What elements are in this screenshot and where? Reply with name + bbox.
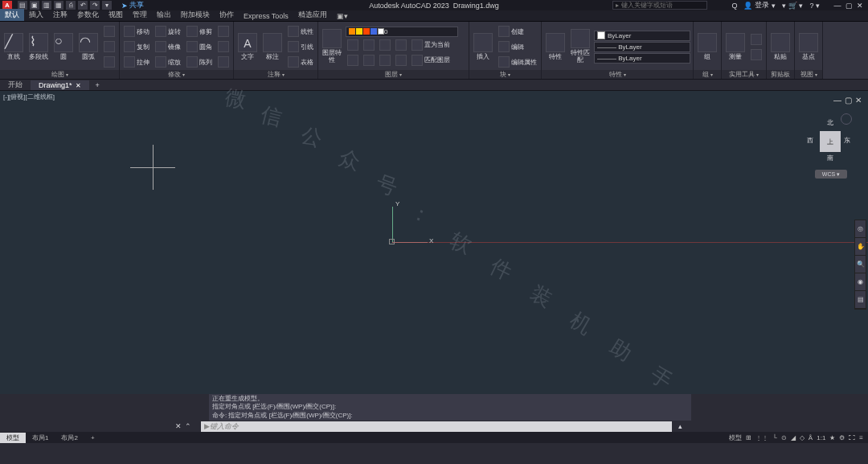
layer-btn5[interactable] <box>346 53 360 68</box>
util1[interactable] <box>749 32 764 47</box>
text-button[interactable]: A文字 <box>236 23 259 70</box>
maximize-button[interactable]: ▢ <box>844 2 854 10</box>
match-props-button[interactable]: 特性匹配 <box>569 23 592 70</box>
color-dropdown[interactable]: ByLayer <box>594 31 690 41</box>
tab-insert[interactable]: 插入 <box>24 9 48 21</box>
layer-btn3[interactable] <box>378 38 392 52</box>
status-anno-icon[interactable]: ★ <box>829 434 835 441</box>
start-tab[interactable]: 开始 <box>0 79 31 91</box>
array-button[interactable]: 陈列 <box>185 55 214 69</box>
base-button[interactable]: 基点 <box>797 23 820 70</box>
close-tab-icon[interactable]: ✕ <box>76 82 81 89</box>
viewport-label[interactable]: [-][俯视][二维线框] <box>3 92 55 101</box>
wcs-label[interactable]: WCS ▾ <box>815 170 847 179</box>
cmd-close-icon[interactable]: ✕ <box>175 422 182 430</box>
status-grid-icon[interactable]: ⊞ <box>746 434 751 441</box>
tab-express[interactable]: Express Tools <box>239 11 293 21</box>
tab-more[interactable]: ▣▾ <box>332 11 353 21</box>
status-model[interactable]: 模型 <box>729 433 742 442</box>
drawing-tab[interactable]: Drawing1*✕ <box>31 80 89 90</box>
viewcube-west[interactable]: 西 <box>807 136 813 145</box>
status-iso-icon[interactable]: ◢ <box>791 434 796 441</box>
cmd-expand-icon[interactable]: ▴ <box>678 422 682 430</box>
command-input[interactable]: ▶ 键入命令 <box>201 421 672 432</box>
draw-ext2[interactable] <box>102 39 117 54</box>
linear-button[interactable]: 线性 <box>286 24 315 39</box>
layer-dropdown[interactable]: 0 <box>346 27 458 37</box>
tab-parametric[interactable]: 参数化 <box>72 9 104 21</box>
layer-btn7[interactable] <box>378 53 392 68</box>
tab-addins[interactable]: 附加模块 <box>176 9 215 21</box>
draw-ext3[interactable] <box>102 55 117 69</box>
linetype-dropdown[interactable]: ——— ByLayer <box>594 42 690 52</box>
nav-showmotion-icon[interactable]: ▤ <box>855 291 866 309</box>
trim-button[interactable]: 修剪 <box>185 24 214 39</box>
status-gear-icon[interactable]: ⚙ <box>839 434 845 441</box>
layout1-tab[interactable]: 布局1 <box>26 433 55 443</box>
new-tab-button[interactable]: + <box>89 80 106 90</box>
viewcube-rotate-icon[interactable] <box>841 113 852 125</box>
close-button[interactable]: ✕ <box>855 2 865 10</box>
edit-button[interactable]: 编辑 <box>497 39 538 54</box>
layout2-tab[interactable]: 布局2 <box>55 433 84 443</box>
status-osnap-icon[interactable]: ◇ <box>800 434 805 441</box>
layer-btn1[interactable] <box>346 38 360 52</box>
create-button[interactable]: 创建 <box>497 24 538 39</box>
layer-btn2[interactable] <box>362 38 376 52</box>
vp-min-icon[interactable]: — <box>833 96 841 105</box>
search-input[interactable]: ▸键入关键字或短语 <box>612 1 707 10</box>
tab-default[interactable]: 默认 <box>0 9 24 21</box>
measure-button[interactable]: 测量 <box>724 23 747 70</box>
util2[interactable] <box>749 47 764 62</box>
drawing-canvas[interactable]: [-][俯视][二维线框] — ▢ ✕ XY 北 南 西 东 上 WCS ▾ ◎… <box>0 91 868 394</box>
layer-btn8[interactable] <box>394 53 408 68</box>
copy-button[interactable]: 复制 <box>122 39 151 54</box>
scale-button[interactable]: 缩放 <box>154 55 182 69</box>
vp-close-icon[interactable]: ✕ <box>855 96 862 105</box>
draw-ext1[interactable] <box>102 24 117 39</box>
tab-featured[interactable]: 精选应用 <box>293 9 332 21</box>
viewcube-north[interactable]: 北 <box>827 118 833 127</box>
insert-button[interactable]: 插入 <box>472 23 494 70</box>
rotate-button[interactable]: 旋转 <box>154 24 182 39</box>
status-3dosnap-icon[interactable]: Å <box>809 434 813 441</box>
model-tab[interactable]: 模型 <box>0 433 26 443</box>
modify-ext1[interactable] <box>216 24 231 39</box>
layer-props-button[interactable]: 图层特性 <box>321 23 343 70</box>
help2-icon[interactable]: ? ▾ <box>809 2 820 10</box>
tab-annotate[interactable]: 注释 <box>48 9 72 21</box>
tab-view[interactable]: 视图 <box>104 9 128 21</box>
move-button[interactable]: 移动 <box>122 24 151 39</box>
minimize-button[interactable]: — <box>833 2 842 10</box>
status-custom-icon[interactable]: ≡ <box>859 434 863 441</box>
attr-button[interactable]: 编辑属性 <box>497 55 538 69</box>
login-button[interactable]: 👤登录▾ <box>743 0 776 10</box>
cmd-recent-icon[interactable]: ⌃ <box>185 422 191 430</box>
dim-button[interactable]: 标注 <box>261 23 284 70</box>
status-polar-icon[interactable]: ⊙ <box>781 434 787 441</box>
nav-pan-icon[interactable]: ✋ <box>855 238 866 256</box>
status-scale[interactable]: 1:1 <box>817 434 825 441</box>
status-fullscreen-icon[interactable]: ⛶ <box>849 434 855 441</box>
lineweight-dropdown[interactable]: ——— ByLayer <box>594 53 690 64</box>
layer-btn6[interactable] <box>362 53 376 68</box>
props-button[interactable]: 特性 <box>544 23 567 70</box>
paste-button[interactable]: 粘贴 <box>769 23 792 70</box>
add-layout-button[interactable]: + <box>84 433 101 442</box>
status-ortho-icon[interactable]: └ <box>772 434 777 441</box>
help-icon[interactable]: Q <box>731 2 737 10</box>
app-menu-icon[interactable]: ▾ 🛒 ▾ <box>782 2 803 10</box>
nav-orbit-icon[interactable]: ◉ <box>855 273 866 291</box>
tab-output[interactable]: 输出 <box>152 9 176 21</box>
tab-manage[interactable]: 管理 <box>128 9 152 21</box>
tab-collab[interactable]: 协作 <box>215 9 239 21</box>
modify-ext2[interactable] <box>216 39 231 54</box>
nav-zoom-icon[interactable]: 🔍 <box>855 256 866 273</box>
layer-btn4[interactable] <box>394 38 408 52</box>
line-button[interactable]: ╱直线 <box>2 23 25 70</box>
arc-button[interactable]: ◠圆弧 <box>77 23 100 70</box>
group-button[interactable]: 组 <box>696 23 719 70</box>
viewcube-east[interactable]: 东 <box>844 136 850 145</box>
viewcube[interactable]: 北 南 西 东 上 WCS ▾ <box>807 113 854 179</box>
circle-button[interactable]: ○圆 <box>52 23 75 70</box>
